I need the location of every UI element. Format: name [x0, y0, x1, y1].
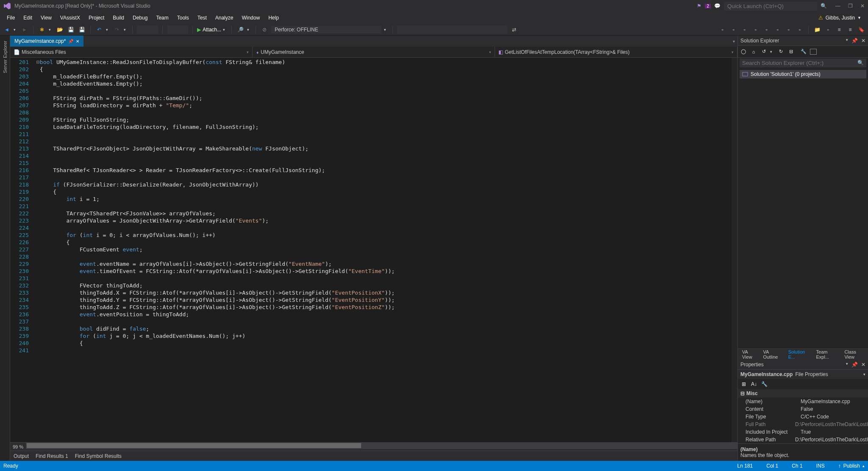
folder-open-icon[interactable]: 📁 — [813, 25, 821, 34]
menu-analyze[interactable]: Analyze — [211, 15, 238, 21]
minimize-button[interactable]: — — [835, 3, 840, 9]
property-row[interactable]: (Name)MyGameInstance.cpp — [738, 398, 868, 405]
tab-solution-explorer[interactable]: Solution E... — [786, 348, 812, 361]
notification-count[interactable]: 2 — [705, 4, 711, 8]
find-in-files-icon[interactable]: 🔎 — [236, 25, 245, 34]
user-dropdown-icon[interactable]: ▼ — [857, 16, 861, 20]
tb-icon-5[interactable]: ▫ — [762, 25, 771, 34]
menu-debug[interactable]: Debug — [128, 15, 152, 21]
panel-dropdown-icon[interactable]: ▾ — [846, 362, 848, 368]
property-row[interactable]: File TypeC/C++ Code — [738, 413, 868, 421]
menu-project[interactable]: Project — [84, 15, 108, 21]
nav-member-dropdown[interactable]: ◧ GetListOfFilesAtTempLocation(TArray<FS… — [495, 47, 737, 57]
save-icon[interactable]: 💾 — [67, 25, 75, 34]
solution-root-item[interactable]: Solution 'Solution1' (0 projects) — [740, 70, 866, 78]
nav-scope-dropdown[interactable]: 📄 Miscellaneous Files ▾ — [10, 47, 253, 57]
perforce-changelist-dropdown[interactable] — [397, 25, 507, 34]
publish-button[interactable]: ↑ Publish ▴ — [838, 463, 865, 469]
quick-launch-input[interactable] — [724, 2, 817, 11]
tab-close-icon[interactable]: ✕ — [76, 39, 79, 44]
tab-va-view[interactable]: VA View — [740, 348, 759, 361]
search-icon[interactable]: 🔍 — [857, 60, 864, 66]
properties-category[interactable]: ⊟ Misc — [738, 389, 868, 398]
code-text[interactable]: ⊟bool UMyGameInstance::ReadJsonFileToDis… — [34, 58, 732, 442]
pin-icon[interactable]: 📌 — [68, 39, 73, 44]
tab-va-outline[interactable]: VA Outline — [761, 348, 784, 361]
menu-team[interactable]: Team — [152, 15, 172, 21]
se-refresh-icon[interactable]: ↻ — [777, 48, 785, 56]
vertical-scrollbar[interactable] — [732, 58, 737, 442]
panel-pin-icon[interactable]: 📌 — [851, 362, 858, 368]
menu-view[interactable]: View — [36, 15, 56, 21]
tabs-dropdown-icon[interactable]: ▾ — [733, 39, 735, 44]
panel-dropdown-icon[interactable]: ▾ — [846, 38, 848, 44]
panel-close-icon[interactable]: ✕ — [861, 38, 865, 44]
tb-icon-9[interactable]: ▫ — [824, 25, 832, 34]
property-row[interactable]: Full PathD:\Perforce\LostInTheDark\LostI — [738, 421, 868, 428]
panel-close-icon[interactable]: ✕ — [861, 362, 865, 368]
document-tab[interactable]: MyGameInstance.cpp* 📌 ✕ — [10, 36, 83, 47]
bookmark-icon[interactable]: 🔖 — [857, 25, 865, 34]
menu-window[interactable]: Window — [237, 15, 264, 21]
solution-platform-dropdown[interactable] — [167, 25, 188, 34]
property-row[interactable]: Relative PathD:\Perforce\LostInTheDark\L… — [738, 436, 868, 443]
find-results-tab[interactable]: Find Results 1 — [36, 453, 68, 459]
nav-back-icon[interactable]: ◄ — [3, 25, 11, 34]
tab-class-view[interactable]: Class View — [842, 348, 866, 361]
sync-icon[interactable]: ⇄ — [510, 25, 518, 34]
solution-search[interactable]: 🔍 — [740, 59, 866, 67]
solution-search-input[interactable] — [742, 60, 857, 66]
tb-icon-3[interactable]: ▫ — [740, 25, 749, 34]
zoom-level[interactable]: 99 % — [10, 442, 26, 451]
notification-flag-icon[interactable]: ⚑ — [697, 3, 701, 9]
menu-help[interactable]: Help — [264, 15, 283, 21]
tb-icon-2[interactable]: ▫ — [729, 25, 738, 34]
props-wrench-icon[interactable]: 🔧 — [760, 380, 768, 388]
property-row[interactable]: ContentFalse — [738, 405, 868, 413]
save-all-icon[interactable]: 💾 — [78, 25, 86, 34]
menu-edit[interactable]: Edit — [19, 15, 36, 21]
se-home-icon[interactable]: ◯ — [740, 48, 747, 56]
user-name-label[interactable]: Gibbs, Justin — [826, 15, 855, 21]
se-properties-icon[interactable]: 🔧 — [800, 48, 807, 56]
tab-team-explorer[interactable]: Team Expl... — [814, 348, 840, 361]
se-collapse-icon[interactable]: ⊟ — [787, 48, 795, 56]
se-showall-icon[interactable] — [810, 49, 817, 55]
menu-file[interactable]: File — [3, 15, 19, 21]
output-tab[interactable]: Output — [14, 453, 29, 459]
property-row[interactable]: Included In ProjectTrue — [738, 428, 868, 436]
search-icon[interactable]: 🔍 — [821, 3, 827, 9]
close-button[interactable]: ✕ — [860, 3, 865, 9]
tb-icon-1[interactable]: ▫ — [718, 25, 727, 34]
horizontal-scrollbar[interactable] — [26, 442, 737, 449]
undo-icon[interactable]: ↶ — [95, 25, 103, 34]
tb-icon-6[interactable]: ▫ — [773, 25, 782, 34]
redo-icon[interactable]: ↷ — [113, 25, 121, 34]
menu-tools[interactable]: Tools — [173, 15, 193, 21]
solution-tree[interactable]: Solution 'Solution1' (0 projects) — [738, 68, 868, 348]
tb-icon-4[interactable]: ▫ — [751, 25, 760, 34]
menu-vassistx[interactable]: VAssistX — [56, 15, 84, 21]
se-sync-icon[interactable]: ↺ — [760, 48, 768, 56]
solution-config-dropdown[interactable] — [137, 25, 158, 34]
nav-class-dropdown[interactable]: ⬧ UMyGameInstance ▾ — [253, 47, 495, 57]
properties-subject[interactable]: MyGameInstance.cpp File Properties ▾ — [738, 370, 868, 379]
scrollbar-thumb[interactable] — [27, 443, 361, 448]
uncomment-icon[interactable]: ≡ — [846, 25, 854, 34]
collapse-icon[interactable]: ⊟ — [740, 390, 745, 396]
maximize-button[interactable]: ❐ — [848, 3, 853, 9]
comment-icon[interactable]: ≡ — [835, 25, 843, 34]
code-editor[interactable]: 201 202 203 204 205 206 207 208 209 210 … — [10, 58, 737, 442]
server-explorer-tab[interactable]: Server Explorer — [3, 38, 8, 75]
perforce-status[interactable]: Perforce: OFFLINE — [271, 26, 381, 33]
panel-pin-icon[interactable]: 📌 — [851, 38, 858, 44]
open-file-icon[interactable]: 📂 — [56, 25, 64, 34]
se-home2-icon[interactable]: ⌂ — [750, 48, 757, 56]
feedback-icon[interactable]: 💬 — [714, 3, 721, 9]
new-project-icon[interactable]: ✱ — [38, 25, 46, 34]
find-symbol-results-tab[interactable]: Find Symbol Results — [75, 453, 122, 459]
attach-button[interactable]: ▶ Attach... ▾ — [197, 27, 227, 33]
tb-icon-7[interactable]: ▫ — [785, 25, 793, 34]
menu-test[interactable]: Test — [193, 15, 211, 21]
categorize-icon[interactable]: ⊞ — [740, 380, 748, 388]
